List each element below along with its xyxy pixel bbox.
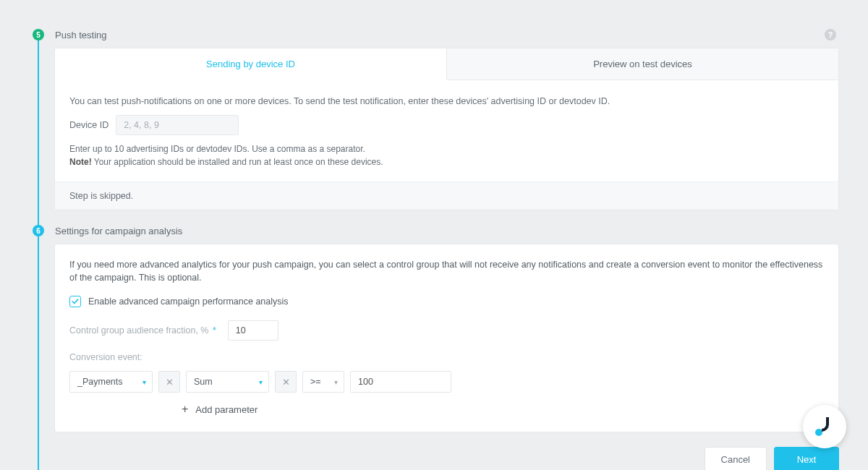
aggregation-select[interactable]: Sum ▾ <box>186 371 269 393</box>
event-select[interactable]: _Payments ▾ <box>69 371 153 393</box>
tab-sending-by-device-id[interactable]: Sending by device ID <box>55 48 447 80</box>
clear-aggregation-button[interactable]: ✕ <box>275 371 297 393</box>
device-id-label: Device ID <box>69 120 109 130</box>
chevron-down-icon: ▾ <box>259 378 263 386</box>
svg-point-0 <box>815 429 822 436</box>
campaign-analysis-desc: If you need more advanced analytics for … <box>69 259 824 284</box>
push-testing-card: Sending by device ID Preview on test dev… <box>54 48 839 210</box>
step-5-title: Push testing <box>55 30 825 40</box>
enable-advanced-label: Enable advanced campaign performance ana… <box>88 296 289 307</box>
check-icon <box>72 298 79 305</box>
clear-event-button[interactable]: ✕ <box>158 371 180 393</box>
step-6-badge: 6 <box>33 225 44 236</box>
enable-advanced-checkbox[interactable] <box>69 296 81 307</box>
cancel-button[interactable]: Cancel <box>705 447 767 470</box>
step-skipped-bar: Step is skipped. <box>55 181 838 210</box>
next-button[interactable]: Next <box>774 447 839 470</box>
step-campaign-analysis: 6 Settings for campaign analysis If you … <box>33 225 839 432</box>
conversion-event-label: Conversion event: <box>69 352 824 362</box>
chevron-down-icon: ▾ <box>142 378 146 386</box>
control-group-input[interactable]: 10 <box>228 320 278 341</box>
hint-line-2: Your application should be installed and… <box>92 157 383 167</box>
campaign-analysis-card: If you need more advanced analytics for … <box>54 244 839 432</box>
operator-select[interactable]: >= ▾ <box>302 371 344 393</box>
close-icon: ✕ <box>166 377 174 388</box>
device-id-hint: Enter up to 10 advertising IDs or devtod… <box>69 142 824 168</box>
step-5-header: 5 Push testing ? <box>33 29 839 40</box>
wizard-footer: Cancel Next <box>54 447 839 470</box>
step-5-badge: 5 <box>33 29 44 40</box>
conversion-filter-row: _Payments ▾ ✕ Sum ▾ ✕ >= ▾ <box>69 371 824 393</box>
push-testing-body: You can test push-notifications on one o… <box>55 80 838 181</box>
push-testing-intro: You can test push-notifications on one o… <box>69 96 824 106</box>
device-id-input[interactable]: 2, 4, 8, 9 <box>116 115 239 135</box>
devtodev-logo-icon <box>812 414 837 439</box>
step-6-header: 6 Settings for campaign analysis <box>33 225 839 236</box>
brand-badge[interactable] <box>803 405 846 448</box>
step-push-testing: 5 Push testing ? Sending by device ID Pr… <box>33 29 839 210</box>
hint-line-1: Enter up to 10 advertising IDs or devtod… <box>69 144 365 154</box>
add-parameter-button[interactable]: + Add parameter <box>182 403 824 416</box>
hint-note-label: Note! <box>69 157 92 167</box>
step-6-title: Settings for campaign analysis <box>55 226 839 236</box>
chevron-down-icon: ▾ <box>334 378 338 386</box>
control-group-label: Control group audience fraction, % * <box>69 325 216 336</box>
help-icon[interactable]: ? <box>825 29 836 40</box>
close-icon: ✕ <box>282 377 290 388</box>
tab-preview-on-test-devices[interactable]: Preview on test devices <box>447 48 838 80</box>
value-input[interactable]: 100 <box>350 371 451 393</box>
required-mark: * <box>210 325 216 336</box>
plus-icon: + <box>182 403 188 416</box>
push-testing-tabs: Sending by device ID Preview on test dev… <box>55 48 838 80</box>
